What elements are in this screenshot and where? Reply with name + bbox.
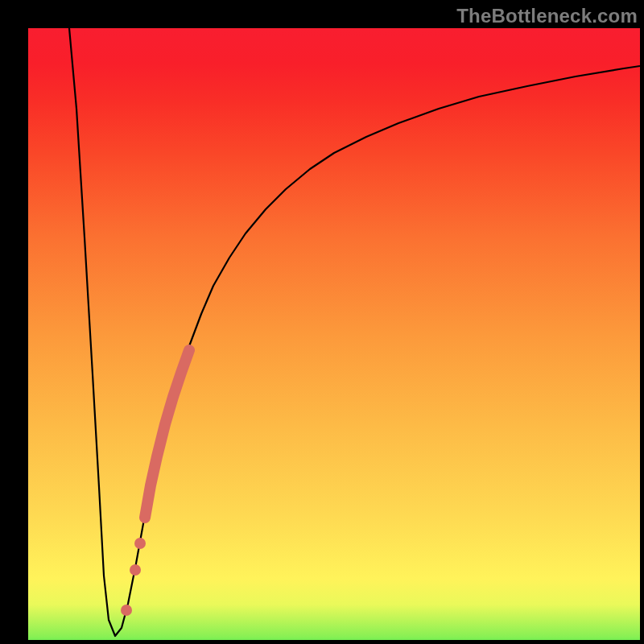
main-curve <box>69 28 640 636</box>
chart-frame: TheBottleneck.com <box>0 0 644 644</box>
plot-area <box>28 28 640 640</box>
highlight-segment <box>145 350 189 518</box>
highlight-dot-1 <box>134 538 146 549</box>
chart-svg <box>28 28 640 640</box>
highlight-dot-3 <box>121 605 132 616</box>
watermark-text: TheBottleneck.com <box>456 5 638 27</box>
highlight-dot-2 <box>130 564 141 576</box>
